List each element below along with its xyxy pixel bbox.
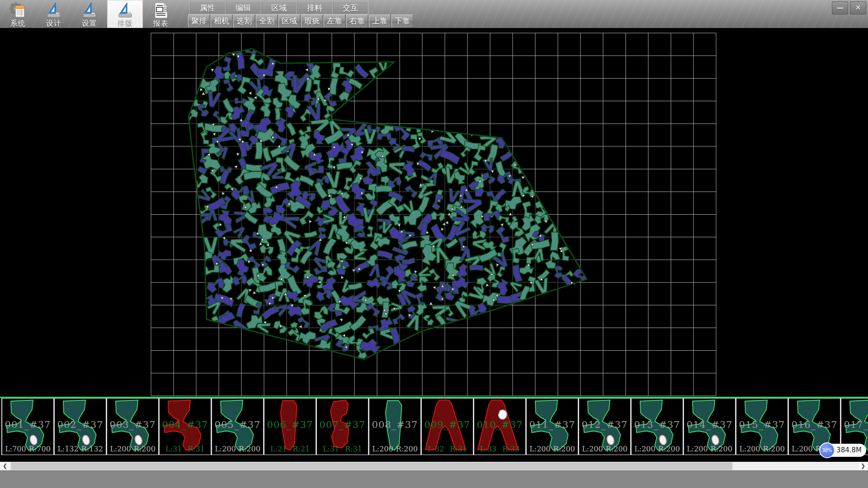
main-mode-buttons: 系统设计设置排版报表 (0, 0, 179, 28)
piece-shape (632, 399, 683, 452)
tool-button-3[interactable]: 选割 (233, 14, 255, 28)
tool-button-2[interactable]: 相机 (211, 14, 232, 28)
mode-button-system[interactable]: 系统 (0, 0, 36, 28)
percent-badge[interactable]: 38% (819, 442, 835, 458)
menu-tab-3[interactable]: 区域 (261, 1, 297, 14)
tool-button-8[interactable]: 右靠 (346, 14, 368, 28)
mode-button-label: 设计 (46, 19, 61, 28)
piece-shape (317, 399, 368, 452)
mode-button-nesting[interactable]: 排版 (107, 0, 143, 28)
window-controls: — ✕ (832, 1, 866, 14)
system-gear-icon (9, 1, 27, 19)
scroll-right-arrow-icon[interactable]: ❯ (858, 462, 868, 470)
piece-shape (3, 399, 53, 452)
thumbnail-cell-13[interactable]: 013_#37L:200R:200 (631, 398, 683, 455)
piece-shape (580, 399, 630, 452)
thumbnail-cell-14[interactable]: 014_#37L:200R:200 (683, 398, 736, 455)
mode-button-label: 排版 (118, 19, 133, 28)
tool-button-5[interactable]: 区域 (278, 14, 300, 28)
thumbnail-cell-3[interactable]: 003_#37L:200R:200 (106, 398, 159, 455)
tool-button-4[interactable]: 全割 (256, 14, 278, 28)
status-bar (0, 470, 868, 488)
piece-shape (55, 399, 106, 452)
mode-button-label: 报表 (153, 19, 169, 28)
thumbnail-cell-11[interactable]: 011_#37L:200R:200 (526, 398, 578, 455)
horizontal-scrollbar[interactable]: ❮ ❯ (0, 462, 868, 470)
mode-button-label: 系统 (10, 19, 26, 28)
menu-tab-1[interactable]: 属性 (190, 1, 226, 14)
piece-shape (212, 399, 263, 452)
nesting-canvas[interactable] (0, 28, 868, 397)
piece-shape (160, 399, 211, 452)
scrollbar-thumb[interactable] (11, 462, 732, 470)
thumbnail-cell-9[interactable]: 009_#37L:32R:31 (421, 398, 473, 455)
tool-button-row: 聚排相机选割全割区域瑕疵左靠右靠上靠下靠 (188, 14, 414, 28)
minimize-button[interactable]: — (832, 1, 848, 14)
set-square-icon (45, 1, 63, 19)
mode-button-label: 设置 (82, 19, 97, 28)
thumbnail-cell-5[interactable]: 005_#37L:200R:200 (211, 398, 264, 455)
thumbnail-cell-10[interactable]: 010_#37L:33R:33 (473, 398, 526, 455)
mode-button-report[interactable]: 报表 (143, 0, 179, 28)
tool-button-7[interactable]: 左靠 (324, 14, 345, 28)
report-icon (152, 1, 170, 19)
thumbnail-cell-4[interactable]: 004_#37L:31R:31 (159, 398, 211, 455)
tool-button-9[interactable]: 上靠 (369, 14, 391, 28)
tool-button-10[interactable]: 下靠 (392, 14, 413, 28)
piece-shape (108, 399, 158, 452)
menu-tab-5[interactable]: 交互 (333, 1, 368, 14)
piece-shape (684, 399, 735, 452)
menu-tab-row: 属性编辑区域排料交互 (189, 1, 368, 14)
app-window: { "titlebar": { "big_buttons": [ {"id":"… (0, 0, 868, 488)
thumbnail-cell-1[interactable]: 001_#37L:700R:700 (1, 398, 54, 455)
piece-thumbnail-strip: 001_#37L:700R:700002_#37L:132R:132003_#3… (0, 398, 868, 456)
piece-shape (422, 399, 473, 452)
thumbnail-cell-6[interactable]: 006_#37L:21R:21 (264, 398, 316, 455)
mode-button-design[interactable]: 设计 (36, 0, 71, 28)
titlebar: 系统设计设置排版报表 属性编辑区域排料交互 聚排相机选割全割区域瑕疵左靠右靠上靠… (0, 0, 868, 28)
menu-tab-4[interactable]: 排料 (297, 1, 333, 14)
scroll-left-arrow-icon[interactable]: ❮ (0, 462, 10, 470)
close-button[interactable]: ✕ (850, 1, 866, 14)
menu-tab-2[interactable]: 编辑 (226, 1, 261, 14)
thumbnail-cell-7[interactable]: 007_#37L:31R:31 (316, 398, 368, 455)
nesting-canvas-area[interactable] (0, 28, 868, 397)
set-square-icon (80, 1, 99, 19)
thumbnail-cell-12[interactable]: 012_#37L:200R:200 (578, 398, 631, 455)
thumbnail-cell-15[interactable]: 015_#37L:200R:200 (736, 398, 788, 455)
set-square-icon (116, 1, 134, 19)
thumbnail-cell-8[interactable]: 008_#37L:200R:200 (368, 398, 421, 455)
piece-shape (265, 399, 316, 452)
tool-button-1[interactable]: 聚排 (188, 14, 210, 28)
piece-shape (475, 399, 525, 452)
tool-button-6[interactable]: 瑕疵 (301, 14, 323, 28)
piece-shape (370, 399, 420, 452)
mode-button-settings[interactable]: 设置 (71, 0, 107, 28)
piece-shape (527, 399, 578, 452)
thumbnail-cell-2[interactable]: 002_#37L:132R:132 (54, 398, 106, 455)
piece-shape (737, 399, 788, 452)
